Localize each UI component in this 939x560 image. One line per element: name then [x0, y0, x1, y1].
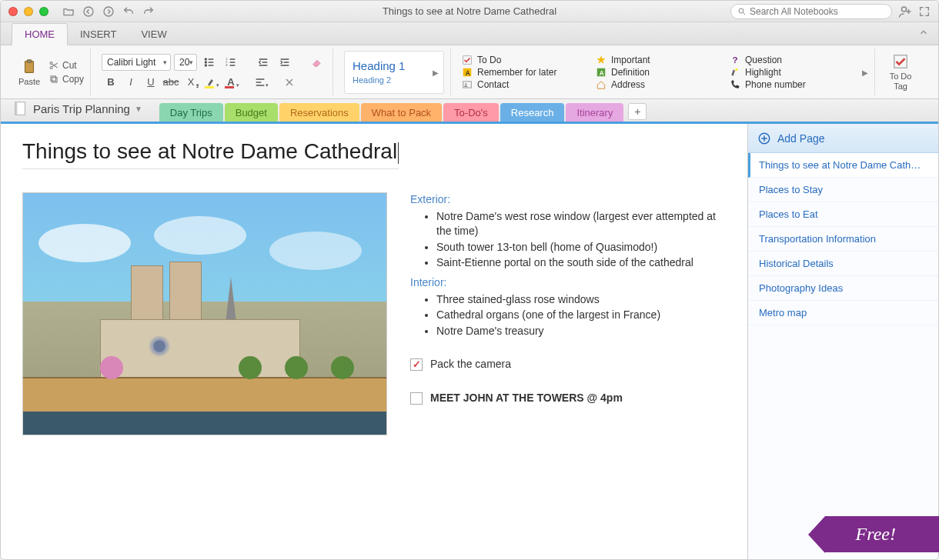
remember-icon: A [462, 67, 473, 78]
page-list-item[interactable]: Historical Details [748, 252, 938, 276]
notes-content[interactable]: Exterior: Notre Dame's west rose window … [410, 192, 726, 406]
numbered-list-button[interactable]: 123 [222, 54, 240, 71]
notebook-picker[interactable]: Paris Trip Planning ▼ [8, 97, 153, 122]
outdent-button[interactable] [254, 54, 272, 71]
svg-point-3 [902, 7, 907, 12]
close-icon[interactable] [8, 7, 18, 16]
page-title[interactable]: Things to see at Notre Dame Cathedral [22, 139, 399, 169]
align-button[interactable]: ▾ [251, 74, 269, 91]
copy-button[interactable]: Copy [48, 74, 84, 85]
tags-expand-icon[interactable]: ▶ [862, 68, 868, 76]
list-item[interactable]: Cathedral organs (one of the largest in … [436, 308, 726, 323]
styles-gallery[interactable]: Heading 1 Heading 2 ▶ [344, 51, 444, 94]
svg-rect-27 [15, 102, 18, 115]
font-color-button[interactable]: A▾ [222, 74, 240, 91]
tab-home[interactable]: HOME [12, 23, 68, 45]
tag-address[interactable]: Address [596, 79, 719, 90]
highlight-tag-icon [730, 67, 740, 78]
definition-icon: A [596, 67, 607, 78]
list-item[interactable]: Notre Dame's treasury [436, 324, 726, 339]
strikethrough-button[interactable]: abc [162, 74, 180, 91]
search-input[interactable] [730, 4, 892, 19]
highlight-button[interactable]: ▾ [202, 74, 220, 91]
list-item[interactable]: Notre Dame's west rose window (largest e… [436, 209, 726, 239]
tab-view[interactable]: VIEW [129, 24, 179, 45]
indent-icon [279, 56, 291, 68]
svg-point-11 [205, 62, 206, 63]
font-name-combo[interactable]: Calibri Light [102, 54, 171, 71]
tag-important[interactable]: Important [596, 55, 719, 65]
section-tab[interactable]: Reservations [279, 103, 359, 122]
tag-question[interactable]: ?Question [730, 55, 853, 65]
section-tab[interactable]: Day Trips [159, 103, 223, 122]
tag-highlight[interactable]: Highlight [730, 67, 853, 78]
clear-formatting-button[interactable] [308, 54, 326, 71]
subscript-button[interactable]: X₂▾ [182, 74, 200, 91]
paste-button[interactable]: Paste [15, 58, 44, 86]
tab-insert[interactable]: INSERT [68, 24, 129, 45]
checkbox-checked-icon[interactable] [410, 358, 423, 371]
add-page-button[interactable]: Add Page [748, 124, 938, 153]
svg-text:?: ? [733, 55, 738, 65]
svg-point-22 [735, 68, 738, 71]
page-list-item[interactable]: Places to Stay [748, 178, 938, 202]
todo-tag-button[interactable]: To Do Tag [886, 53, 915, 90]
clipboard-icon [21, 58, 38, 75]
list-item[interactable]: South tower 13-ton bell (home of Quasimo… [436, 240, 726, 255]
svg-point-24 [465, 83, 466, 85]
underline-button[interactable]: U [142, 74, 160, 91]
collapse-ribbon-icon[interactable] [918, 27, 929, 40]
add-user-icon[interactable] [898, 5, 912, 18]
tag-contact[interactable]: Contact [462, 79, 585, 90]
svg-point-6 [50, 62, 52, 64]
italic-button[interactable]: I [122, 74, 140, 91]
outdent-icon [257, 56, 269, 68]
indent-button[interactable] [276, 54, 294, 71]
bold-button[interactable]: B [102, 74, 120, 91]
section-tab[interactable]: Itinerary [566, 103, 623, 122]
folder-icon[interactable] [62, 5, 75, 18]
back-icon[interactable] [82, 5, 95, 18]
contact-icon [462, 79, 473, 90]
add-section-button[interactable]: + [628, 103, 647, 120]
list-item[interactable]: Three stained-glass rose windows [436, 292, 726, 308]
section-tab[interactable]: Research [500, 103, 565, 122]
page-list-item[interactable]: Places to Eat [748, 202, 938, 227]
titlebar: Things to see at Notre Dame Cathedral [1, 1, 938, 22]
ribbon-tabs: HOME INSERT VIEW [1, 22, 938, 45]
tag-definition[interactable]: ADefinition [596, 67, 719, 78]
forward-icon[interactable] [102, 5, 115, 18]
zoom-icon[interactable] [39, 7, 48, 16]
undo-icon[interactable] [122, 5, 135, 18]
section-tab[interactable]: To-Do's [443, 103, 499, 122]
notebook-icon [12, 100, 28, 117]
list-item[interactable]: Saint-Etienne portal on the south side o… [436, 255, 726, 271]
style-heading2[interactable]: Heading 2 [353, 75, 436, 85]
tag-remember[interactable]: ARemember for later [462, 67, 585, 78]
scissors-icon [48, 60, 59, 71]
page-list-item[interactable]: Photography Ideas [748, 276, 938, 301]
svg-text:3: 3 [226, 63, 228, 67]
delete-button[interactable] [280, 74, 299, 91]
section-tab[interactable]: Budget [225, 103, 278, 122]
page-list-item[interactable]: Metro map [748, 301, 938, 325]
page-list-item[interactable]: Transportation Information [748, 227, 938, 252]
page-list-item[interactable]: Things to see at Notre Dame Cath… [748, 153, 938, 178]
cut-button[interactable]: Cut [48, 60, 84, 71]
section-tab[interactable]: What to Pack [361, 103, 442, 122]
checkbox-unchecked-icon[interactable] [410, 392, 423, 405]
page-canvas[interactable]: Things to see at Notre Dame Cathedral Ex… [1, 124, 747, 559]
tag-todo[interactable]: To Do [462, 55, 585, 65]
styles-expand-icon[interactable]: ▶ [433, 68, 439, 76]
minimize-icon[interactable] [24, 7, 33, 16]
svg-text:A: A [466, 69, 470, 76]
font-size-combo[interactable]: 20 [174, 54, 197, 71]
fullscreen-icon[interactable] [918, 5, 931, 18]
bullet-list-button[interactable] [200, 54, 219, 71]
todo-item-1[interactable]: Pack the camera [410, 357, 726, 372]
todo-item-2[interactable]: MEET JOHN AT THE TOWERS @ 4pm [410, 391, 726, 406]
tag-phone[interactable]: Phone number [730, 79, 853, 90]
style-heading1[interactable]: Heading 1 [353, 59, 436, 72]
redo-icon[interactable] [142, 5, 155, 18]
plus-circle-icon [757, 132, 771, 145]
